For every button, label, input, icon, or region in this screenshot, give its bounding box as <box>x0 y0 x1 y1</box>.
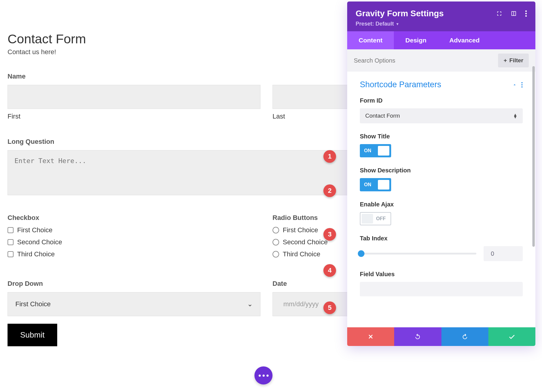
module-actions-fab[interactable] <box>254 366 273 384</box>
submit-button[interactable]: Submit <box>8 324 57 346</box>
panel-footer <box>347 327 535 346</box>
cancel-button[interactable] <box>347 327 394 346</box>
radio-icon <box>273 239 279 245</box>
form-id-select[interactable]: Contact Form ▲▼ <box>360 108 523 123</box>
show-title-toggle[interactable]: ON <box>360 144 391 157</box>
tab-content[interactable]: Content <box>347 31 394 49</box>
checkbox-label: Checkbox <box>8 214 260 222</box>
tab-index-label: Tab Index <box>360 235 523 242</box>
first-sublabel: First <box>8 113 260 120</box>
slider-thumb[interactable] <box>358 250 364 257</box>
save-button[interactable] <box>488 327 535 346</box>
radio-icon <box>273 227 279 233</box>
checkbox-icon <box>8 239 14 245</box>
tab-index-slider[interactable] <box>360 253 476 255</box>
search-input[interactable] <box>354 57 444 64</box>
tab-advanced[interactable]: Advanced <box>438 31 491 49</box>
annotation-badge: 5 <box>323 301 336 314</box>
enable-ajax-label: Enable Ajax <box>360 201 523 208</box>
panel-tabs: Content Design Advanced <box>347 31 535 49</box>
sort-icon: ▲▼ <box>513 113 517 118</box>
annotation-badge: 2 <box>323 184 336 197</box>
expand-icon[interactable] <box>496 11 502 17</box>
filter-button[interactable]: + Filter <box>498 54 529 67</box>
svg-point-4 <box>522 84 523 85</box>
panel-scrollbar[interactable] <box>532 66 535 247</box>
dropdown-label: Drop Down <box>8 280 260 288</box>
kebab-icon[interactable] <box>521 82 523 88</box>
enable-ajax-toggle[interactable]: OFF <box>360 212 391 225</box>
chevron-up-icon[interactable] <box>512 82 517 87</box>
redo-button[interactable] <box>441 327 488 346</box>
tab-design[interactable]: Design <box>394 31 438 49</box>
radio-icon <box>273 251 279 258</box>
panel-header: Gravity Form Settings Preset: Default ▼ <box>347 2 535 31</box>
tab-index-value[interactable]: 0 <box>484 246 523 261</box>
field-values-label: Field Values <box>360 271 523 278</box>
checkbox-icon <box>8 251 14 257</box>
annotation-badge: 1 <box>323 150 336 163</box>
field-values-input[interactable] <box>360 282 523 296</box>
plus-icon: + <box>503 57 507 64</box>
panel-body: Shortcode Parameters Form ID Contact For… <box>347 72 535 327</box>
svg-point-3 <box>522 82 523 83</box>
undo-button[interactable] <box>394 327 441 346</box>
dropdown-value: First Choice <box>15 300 51 308</box>
checkbox-icon <box>8 227 14 233</box>
show-title-label: Show Title <box>360 133 523 140</box>
caret-down-icon: ▼ <box>396 22 399 26</box>
svg-point-2 <box>525 15 527 17</box>
chevron-down-icon: ⌄ <box>247 300 253 308</box>
annotation-badge: 4 <box>323 264 336 277</box>
show-desc-label: Show Description <box>360 167 523 174</box>
show-desc-toggle[interactable]: ON <box>360 178 391 191</box>
checkbox-option[interactable]: Second Choice <box>8 238 260 246</box>
dropdown-select[interactable]: First Choice ⌄ <box>8 292 260 316</box>
columns-icon[interactable] <box>511 11 517 17</box>
kebab-icon[interactable] <box>525 10 527 17</box>
panel-title-text: Gravity Form Settings <box>356 9 444 18</box>
first-name-input[interactable] <box>8 85 260 109</box>
checkbox-option[interactable]: First Choice <box>8 226 260 234</box>
form-id-label: Form ID <box>360 97 523 104</box>
svg-point-5 <box>522 86 523 88</box>
settings-panel: Gravity Form Settings Preset: Default ▼ … <box>347 2 535 346</box>
preset-selector[interactable]: Preset: Default ▼ <box>356 21 527 27</box>
search-row: + Filter <box>347 49 535 72</box>
svg-point-1 <box>525 13 527 14</box>
svg-point-0 <box>525 11 527 12</box>
checkbox-option[interactable]: Third Choice <box>8 250 260 258</box>
section-heading[interactable]: Shortcode Parameters <box>360 80 523 89</box>
annotation-badge: 3 <box>323 228 336 241</box>
